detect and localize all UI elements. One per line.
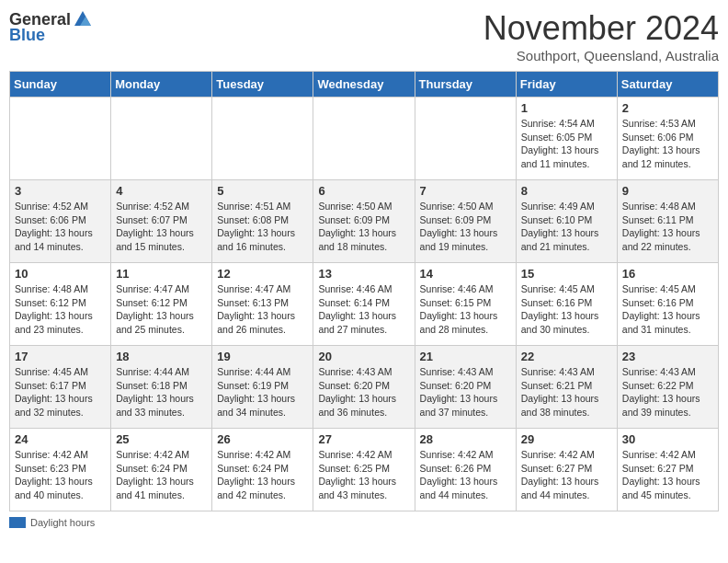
day-number: 27 [318,432,409,446]
day-number: 28 [420,432,511,446]
day-info: Sunrise: 4:42 AM Sunset: 6:23 PM Dayligh… [15,448,106,502]
weekday-header-tuesday: Tuesday [212,72,313,98]
calendar-cell: 13Sunrise: 4:46 AM Sunset: 6:14 PM Dayli… [313,263,415,346]
day-number: 18 [116,350,207,363]
weekday-header-saturday: Saturday [617,72,718,98]
day-number: 21 [420,350,511,363]
calendar-cell: 30Sunrise: 4:42 AM Sunset: 6:27 PM Dayli… [617,429,718,511]
logo-icon [73,9,93,29]
legend-label: Daylight hours [30,517,95,528]
day-number: 23 [622,350,713,363]
day-info: Sunrise: 4:42 AM Sunset: 6:25 PM Dayligh… [318,448,409,502]
title-area: November 2024 Southport, Queensland, Aus… [483,9,719,63]
logo-blue-text: Blue [9,26,45,45]
day-number: 4 [116,184,207,198]
calendar-week-row: 1Sunrise: 4:54 AM Sunset: 6:05 PM Daylig… [10,98,719,180]
weekday-header-friday: Friday [516,72,617,98]
calendar-cell: 24Sunrise: 4:42 AM Sunset: 6:23 PM Dayli… [10,429,111,511]
month-title: November 2024 [483,9,719,48]
calendar-cell: 1Sunrise: 4:54 AM Sunset: 6:05 PM Daylig… [516,98,617,180]
day-number: 26 [217,432,308,446]
weekday-header-sunday: Sunday [10,72,111,98]
weekday-header-thursday: Thursday [415,72,516,98]
day-number: 20 [318,350,409,363]
calendar-cell: 11Sunrise: 4:47 AM Sunset: 6:12 PM Dayli… [111,263,212,346]
day-info: Sunrise: 4:43 AM Sunset: 6:21 PM Dayligh… [521,365,612,419]
legend-color [9,517,26,528]
day-info: Sunrise: 4:44 AM Sunset: 6:18 PM Dayligh… [116,365,207,419]
day-info: Sunrise: 4:42 AM Sunset: 6:27 PM Dayligh… [521,448,612,502]
page-header: General Blue November 2024 Southport, Qu… [9,9,719,63]
day-number: 29 [521,432,612,446]
calendar-cell: 14Sunrise: 4:46 AM Sunset: 6:15 PM Dayli… [415,263,516,346]
calendar-week-row: 17Sunrise: 4:45 AM Sunset: 6:17 PM Dayli… [10,346,719,429]
day-number: 12 [217,267,308,281]
calendar-cell: 20Sunrise: 4:43 AM Sunset: 6:20 PM Dayli… [313,346,415,429]
calendar-cell: 29Sunrise: 4:42 AM Sunset: 6:27 PM Dayli… [516,429,617,511]
calendar-cell: 7Sunrise: 4:50 AM Sunset: 6:09 PM Daylig… [415,180,516,263]
day-info: Sunrise: 4:48 AM Sunset: 6:12 PM Dayligh… [15,282,106,337]
calendar-cell: 4Sunrise: 4:52 AM Sunset: 6:07 PM Daylig… [111,180,212,263]
calendar-cell: 23Sunrise: 4:43 AM Sunset: 6:22 PM Dayli… [617,346,718,429]
calendar-cell: 6Sunrise: 4:50 AM Sunset: 6:09 PM Daylig… [313,180,415,263]
day-info: Sunrise: 4:42 AM Sunset: 6:27 PM Dayligh… [622,448,713,502]
calendar-table: SundayMondayTuesdayWednesdayThursdayFrid… [9,71,719,511]
calendar-cell: 16Sunrise: 4:45 AM Sunset: 6:16 PM Dayli… [617,263,718,346]
calendar-cell: 2Sunrise: 4:53 AM Sunset: 6:06 PM Daylig… [617,98,718,180]
day-number: 3 [15,184,106,198]
calendar-cell: 25Sunrise: 4:42 AM Sunset: 6:24 PM Dayli… [111,429,212,511]
day-number: 25 [116,432,207,446]
day-number: 17 [15,350,106,363]
calendar-cell: 5Sunrise: 4:51 AM Sunset: 6:08 PM Daylig… [212,180,313,263]
day-number: 11 [116,267,207,281]
calendar-week-row: 10Sunrise: 4:48 AM Sunset: 6:12 PM Dayli… [10,263,719,346]
calendar-cell: 27Sunrise: 4:42 AM Sunset: 6:25 PM Dayli… [313,429,415,511]
day-info: Sunrise: 4:45 AM Sunset: 6:16 PM Dayligh… [622,282,713,337]
day-info: Sunrise: 4:43 AM Sunset: 6:20 PM Dayligh… [318,365,409,419]
day-info: Sunrise: 4:52 AM Sunset: 6:06 PM Dayligh… [15,200,106,254]
day-info: Sunrise: 4:42 AM Sunset: 6:24 PM Dayligh… [217,448,308,502]
calendar-cell: 9Sunrise: 4:48 AM Sunset: 6:11 PM Daylig… [617,180,718,263]
weekday-header-monday: Monday [111,72,212,98]
calendar-cell [313,98,415,180]
day-number: 22 [521,350,612,363]
day-info: Sunrise: 4:46 AM Sunset: 6:14 PM Dayligh… [318,282,409,337]
day-info: Sunrise: 4:50 AM Sunset: 6:09 PM Dayligh… [318,200,409,254]
calendar-cell [111,98,212,180]
day-number: 24 [15,432,106,446]
day-info: Sunrise: 4:48 AM Sunset: 6:11 PM Dayligh… [622,200,713,254]
calendar-cell: 17Sunrise: 4:45 AM Sunset: 6:17 PM Dayli… [10,346,111,429]
day-info: Sunrise: 4:42 AM Sunset: 6:24 PM Dayligh… [116,448,207,502]
day-info: Sunrise: 4:47 AM Sunset: 6:13 PM Dayligh… [217,282,308,337]
calendar-week-row: 24Sunrise: 4:42 AM Sunset: 6:23 PM Dayli… [10,429,719,511]
day-number: 2 [622,101,713,115]
day-number: 19 [217,350,308,363]
day-number: 13 [318,267,409,281]
day-number: 15 [521,267,612,281]
calendar-week-row: 3Sunrise: 4:52 AM Sunset: 6:06 PM Daylig… [10,180,719,263]
day-info: Sunrise: 4:53 AM Sunset: 6:06 PM Dayligh… [622,117,713,171]
day-info: Sunrise: 4:43 AM Sunset: 6:22 PM Dayligh… [622,365,713,419]
day-info: Sunrise: 4:52 AM Sunset: 6:07 PM Dayligh… [116,200,207,254]
day-number: 16 [622,267,713,281]
calendar-cell: 18Sunrise: 4:44 AM Sunset: 6:18 PM Dayli… [111,346,212,429]
day-info: Sunrise: 4:45 AM Sunset: 6:17 PM Dayligh… [15,365,106,419]
day-number: 7 [420,184,511,198]
day-number: 5 [217,184,308,198]
calendar-cell [415,98,516,180]
day-number: 8 [521,184,612,198]
calendar-cell [10,98,111,180]
day-info: Sunrise: 4:44 AM Sunset: 6:19 PM Dayligh… [217,365,308,419]
day-info: Sunrise: 4:49 AM Sunset: 6:10 PM Dayligh… [521,200,612,254]
logo: General Blue [9,9,93,45]
calendar-cell: 8Sunrise: 4:49 AM Sunset: 6:10 PM Daylig… [516,180,617,263]
day-number: 30 [622,432,713,446]
day-info: Sunrise: 4:45 AM Sunset: 6:16 PM Dayligh… [521,282,612,337]
weekday-header-row: SundayMondayTuesdayWednesdayThursdayFrid… [10,72,719,98]
day-info: Sunrise: 4:47 AM Sunset: 6:12 PM Dayligh… [116,282,207,337]
day-info: Sunrise: 4:54 AM Sunset: 6:05 PM Dayligh… [521,117,612,171]
day-info: Sunrise: 4:42 AM Sunset: 6:26 PM Dayligh… [420,448,511,502]
day-number: 14 [420,267,511,281]
day-info: Sunrise: 4:50 AM Sunset: 6:09 PM Dayligh… [420,200,511,254]
calendar-cell [212,98,313,180]
